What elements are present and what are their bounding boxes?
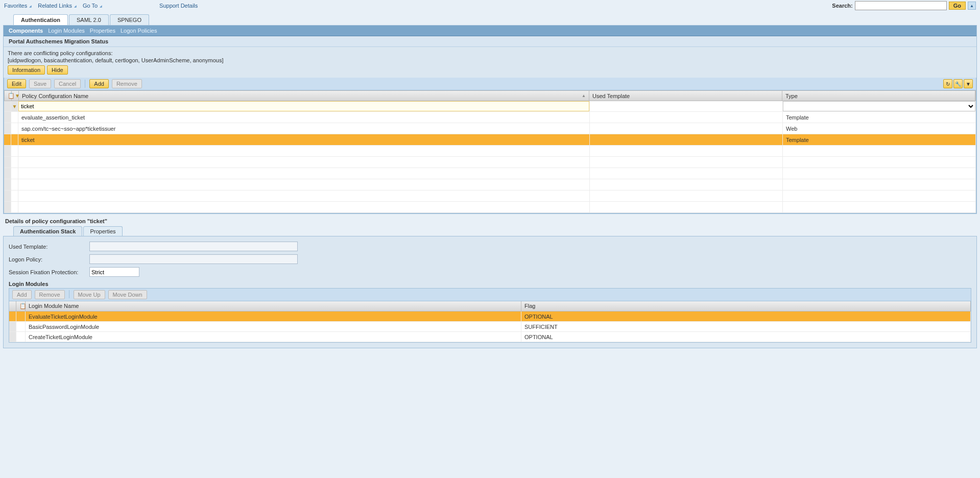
cell-lm-flag: OPTIONAL [521,332,971,342]
main-tab-bar: Authentication SAML 2.0 SPNEGO [3,14,977,25]
menu-related-links[interactable]: Related Links [38,3,77,9]
lm-move-up-button: Move Up [74,290,105,299]
tab-spnego[interactable]: SPNEGO [110,14,149,25]
filter-type-select[interactable] [783,101,975,111]
add-button[interactable]: Add [89,79,109,88]
session-fixation-field[interactable] [89,267,139,277]
collapse-icon[interactable]: ▲ [968,2,976,10]
used-template-field[interactable] [89,242,298,251]
filter-name-input[interactable] [18,101,589,111]
cell-used [590,202,783,212]
row-handle[interactable] [4,179,11,190]
cell-lm-name: EvaluateTicketLoginModule [26,312,521,321]
cell-type [783,168,976,179]
cell-name [18,179,590,190]
cancel-button: Cancel [54,79,81,88]
cell-used [590,190,783,201]
session-fixation-label: Session Fixation Protection: [9,269,89,275]
cell-type [783,202,976,212]
table-row[interactable]: BasicPasswordLoginModuleSUFFICIENT [9,322,971,332]
cell-name [18,157,590,168]
table-row[interactable] [4,168,976,179]
tab-authentication[interactable]: Authentication [13,14,68,25]
row-handle[interactable] [4,190,11,201]
select-all-handle[interactable]: 📋 [5,91,12,101]
cell-used [590,123,783,134]
table-row[interactable] [4,190,976,202]
settings-icon[interactable]: 🔧 [953,79,963,88]
refresh-icon[interactable]: ↻ [943,79,952,88]
lm-col-name[interactable]: Login Module Name [26,301,521,311]
table-row[interactable]: CreateTicketLoginModuleOPTIONAL [9,332,971,342]
table-row[interactable] [4,157,976,168]
column-type[interactable]: Type [782,91,975,101]
column-policy-name[interactable]: Policy Configuration Name ▲ [19,91,589,101]
row-handle[interactable] [4,146,11,156]
subnav-properties[interactable]: Properties [90,28,115,34]
section-title: Portal Authschemes Migration Status [4,36,976,47]
lm-move-down-button: Move Down [108,290,147,299]
cell-name [18,190,590,201]
filter-toggle-icon[interactable]: ▼ [964,79,973,88]
lm-prefs-icon[interactable]: 📋 [16,301,26,311]
sort-icon: ▲ [582,93,586,98]
row-pad [16,332,26,342]
subnav-logon-policies[interactable]: Logon Policies [121,28,157,34]
row-pad [16,322,26,331]
menu-favorites[interactable]: Favorites [4,3,32,9]
cell-type [783,179,976,190]
table-row[interactable]: ticketTemplate [4,134,976,146]
lm-col-flag[interactable]: Flag [521,301,971,311]
search-label: Search: [832,3,852,9]
cell-type [783,146,976,156]
row-handle[interactable] [4,202,11,212]
topbar-menu: Favorites Related Links Go To Support De… [4,3,198,9]
row-handle[interactable] [4,123,11,134]
tab-auth-stack[interactable]: Authentication Stack [13,226,82,236]
login-modules-toolbar: Add Remove Move Up Move Down [9,288,971,301]
col-name-label: Policy Configuration Name [22,93,88,99]
tab-saml[interactable]: SAML 2.0 [69,14,109,25]
table-row[interactable]: evaluate_assertion_ticketTemplate [4,112,976,123]
menu-go-to[interactable]: Go To [83,3,102,9]
column-used-template[interactable]: Used Template [589,91,782,101]
row-pad [11,179,18,190]
support-details-link[interactable]: Support Details [159,3,198,9]
table-row[interactable] [4,202,976,213]
filter-icon[interactable]: ▼ [12,91,19,101]
separator [69,290,69,298]
row-handle[interactable] [9,332,16,342]
details-tabs: Authentication Stack Properties [3,226,977,236]
hide-button[interactable]: Hide [47,65,68,75]
row-handle[interactable] [4,168,11,179]
table-row[interactable] [4,146,976,157]
separator [85,80,85,88]
cell-name: evaluate_assertion_ticket [18,112,590,123]
table-row[interactable] [4,179,976,190]
details-panel: Used Template: Logon Policy: Session Fix… [3,236,977,348]
lm-select-all-handle[interactable] [9,301,16,311]
table-row[interactable]: sap.com/tc~sec~sso~app*ticketissuerWeb [4,123,976,134]
subnav-components[interactable]: Components [9,28,43,34]
row-pad [11,190,18,201]
row-pad [11,146,18,156]
lm-remove-button: Remove [35,290,65,299]
subnav-login-modules[interactable]: Login Modules [48,28,85,34]
details-title: Details of policy configuration "ticket" [3,214,977,226]
filter-used-input[interactable] [590,101,782,111]
information-button[interactable]: Information [8,65,45,75]
go-button[interactable]: Go [949,2,966,10]
filter-handle [4,101,11,111]
row-handle[interactable] [9,312,16,321]
row-handle[interactable] [4,112,11,123]
row-handle[interactable] [9,322,16,331]
row-handle[interactable] [4,134,11,145]
remove-button: Remove [112,79,142,88]
logon-policy-field[interactable] [89,254,298,264]
edit-button[interactable]: Edit [7,79,26,88]
table-row[interactable]: EvaluateTicketLoginModuleOPTIONAL [9,312,971,322]
row-handle[interactable] [4,157,11,168]
tab-properties[interactable]: Properties [83,226,122,236]
cell-lm-name: CreateTicketLoginModule [26,332,521,342]
search-input[interactable] [855,1,947,10]
